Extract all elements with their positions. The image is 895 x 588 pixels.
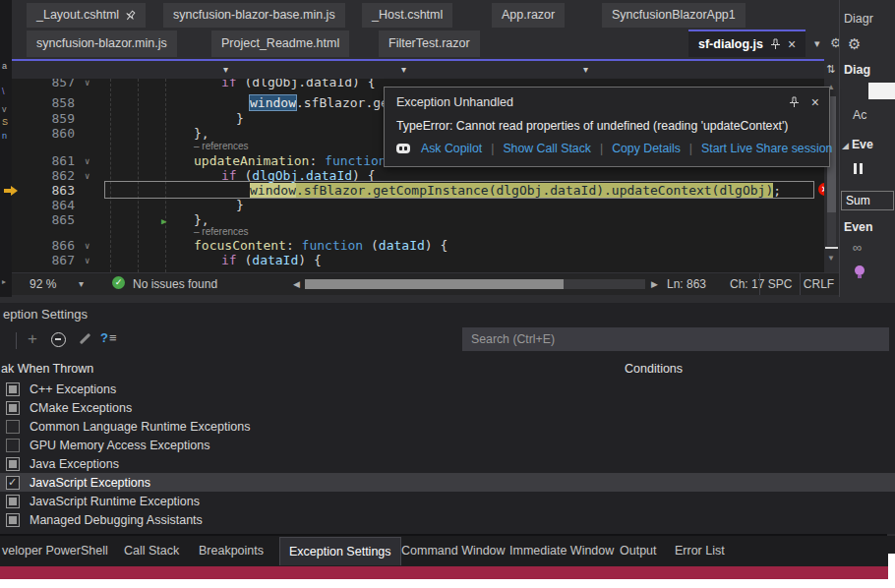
scroll-right-icon[interactable]: ▸ [2, 277, 6, 286]
fold-chevron-icon[interactable]: ∨ [85, 79, 90, 90]
checkbox[interactable] [6, 439, 20, 452]
scrollbar-thumb[interactable] [305, 279, 564, 289]
health-check-icon[interactable]: ✓ [112, 276, 125, 289]
popup-link[interactable]: Ask Copilot [421, 142, 482, 155]
chevron-down-icon[interactable]: ▾ [79, 278, 84, 289]
popup-link[interactable]: Show Call Stack [503, 142, 591, 155]
chevron-down-icon[interactable]: ▾ [583, 64, 588, 75]
code-line[interactable]: 864} [12, 198, 824, 212]
checkbox[interactable] [6, 401, 20, 415]
fold-chevron-icon[interactable]: ∨ [85, 154, 90, 169]
tab-list-dropdown-icon[interactable]: ▾ [814, 37, 820, 50]
edit-icon[interactable] [80, 333, 90, 344]
document-tab[interactable]: syncfusion-blazor.min.js [27, 30, 177, 57]
restore-defaults-icon[interactable]: ?≡ [100, 330, 117, 345]
split-editor-icon[interactable]: ⇅ [826, 63, 835, 76]
close-icon[interactable]: × [788, 37, 796, 51]
delete-exception-icon[interactable] [51, 332, 66, 347]
code-segment: (dlgObj.dataId) { [237, 79, 376, 89]
code-line[interactable]: 863window.sfBlazor.getCompInstance(dlgOb… [12, 183, 824, 198]
exception-row[interactable]: GPU Memory Access Exceptions [0, 436, 895, 454]
search-input[interactable] [462, 327, 889, 351]
page-background [0, 579, 895, 588]
diagnostics-panel: Diagr ⚙ Diag Ac ◢Eve Sum Even ∞ [839, 0, 895, 297]
checkbox[interactable] [6, 476, 20, 490]
chevron-down-icon[interactable]: ▾ [223, 64, 228, 75]
exception-row-label: Common Language Runtime Exceptions [30, 420, 250, 434]
exception-row[interactable]: Java Exceptions [0, 454, 895, 473]
code-editor[interactable]: ▾ ▾ ▾ 857∨if (dlgObj.dataId) {858window.… [12, 59, 839, 294]
summary-tab[interactable]: Sum [841, 191, 894, 210]
active-document-tab[interactable]: sf-dialog.js × [688, 29, 806, 57]
checkbox[interactable] [6, 513, 20, 527]
popup-link[interactable]: Start Live Share session [701, 142, 832, 155]
pin-icon[interactable] [770, 38, 781, 50]
document-tab[interactable]: FilterTest.razor [379, 30, 480, 57]
exception-row[interactable]: JavaScript Runtime Exceptions [0, 492, 895, 510]
exception-row[interactable]: JavaScript Exceptions [0, 473, 895, 492]
document-tab[interactable]: _Layout.cshtml [27, 3, 146, 28]
line-number: 859 [35, 111, 75, 126]
document-tab[interactable]: SyncfusionBlazorApp1 [602, 3, 746, 28]
fold-chevron-icon[interactable]: ∨ [85, 169, 90, 184]
checkbox[interactable] [6, 420, 20, 434]
checkbox[interactable] [6, 382, 20, 396]
bottom-tab[interactable]: Breakpoints [199, 536, 264, 566]
codelens-references[interactable]: – references [194, 141, 249, 152]
link-separator: | [491, 142, 494, 155]
document-tab[interactable]: syncfusion-blazor-base.min.js [163, 3, 345, 28]
conditions-header[interactable]: Conditions [625, 362, 683, 376]
exception-row[interactable]: Managed Debugging Assistants [0, 510, 895, 529]
document-tab[interactable]: App.razor [492, 3, 565, 28]
pin-icon[interactable] [789, 96, 800, 108]
add-exception-icon[interactable]: + [28, 329, 37, 349]
checkbox[interactable] [6, 495, 20, 508]
fold-chevron-icon[interactable]: ∨ [85, 254, 90, 268]
code-line[interactable]: 866∨focusContent: function (dataId) { [12, 238, 824, 253]
pause-icon[interactable] [854, 163, 863, 174]
events-group[interactable]: ◢Eve [842, 138, 873, 151]
horizontal-scrollbar[interactable] [305, 279, 645, 289]
exception-row[interactable]: C++ Exceptions [0, 380, 895, 398]
bottom-tab[interactable]: Immediate Window [509, 536, 614, 566]
code-segment: ) { [425, 238, 448, 253]
checkbox[interactable] [6, 457, 20, 471]
fold-chevron-icon[interactable]: ∨ [85, 239, 90, 254]
tab-label: _Host.cshtml [372, 3, 443, 28]
code-segment: ( [363, 238, 379, 253]
lightbulb-icon[interactable] [855, 265, 865, 275]
bottom-tab[interactable]: Output [620, 536, 657, 566]
code-line[interactable]: 867∨if (dataId) { [12, 253, 824, 267]
break-when-thrown-header[interactable]: ak When Thrown [1, 362, 93, 376]
chevron-down-icon[interactable]: ▾ [401, 64, 406, 75]
panel-input-fragment[interactable] [868, 83, 895, 99]
document-tab[interactable]: Project_Readme.html [211, 30, 349, 57]
close-icon[interactable]: × [811, 94, 819, 110]
scroll-left-icon[interactable]: ◀ [293, 279, 300, 289]
code-segment: ) { [298, 253, 321, 267]
gear-icon[interactable]: ⚙ [848, 35, 861, 53]
bottom-tab[interactable]: Exception Settings [279, 537, 401, 565]
bottom-tab[interactable]: Error List [675, 536, 725, 566]
exception-row[interactable]: Common Language Runtime Exceptions [0, 417, 895, 436]
issues-indicator[interactable]: No issues found [133, 277, 217, 291]
panel-heading: Diag [844, 63, 870, 77]
bottom-tab[interactable]: Call Stack [124, 536, 179, 566]
document-tab[interactable]: _Host.cshtml [362, 3, 452, 28]
tab-label: FilterTest.razor [388, 30, 470, 57]
zoom-level[interactable]: 92 % [30, 277, 56, 291]
copilot-icon [396, 144, 410, 153]
code-line[interactable]: 865▶}, [12, 212, 824, 227]
exception-settings-toolbar: + ?≡ [0, 328, 452, 354]
line-ending-toggle[interactable]: CRLF [799, 273, 840, 295]
exception-row-label: Java Exceptions [30, 457, 119, 471]
scroll-right-icon[interactable]: ▶ [651, 279, 658, 289]
codelens-references[interactable]: – references [194, 226, 249, 238]
spaces-toggle[interactable]: SPC [759, 273, 801, 295]
popup-link[interactable]: Copy Details [612, 142, 681, 155]
bottom-tab[interactable]: veloper PowerShell [2, 536, 108, 566]
bottom-tab[interactable]: Command Window [401, 536, 506, 566]
exception-row[interactable]: CMake Exceptions [0, 398, 895, 417]
scroll-down-icon[interactable]: ▼ [827, 254, 835, 263]
pin-icon[interactable] [125, 10, 136, 22]
